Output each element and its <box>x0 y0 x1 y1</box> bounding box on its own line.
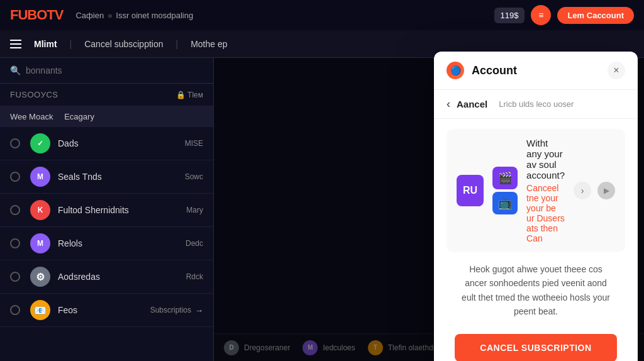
list-item[interactable]: 📧 Feos Subscriptios → <box>0 294 213 327</box>
modal-title: Account <box>472 64 517 77</box>
radio-dot <box>10 305 20 315</box>
rv-label: RU <box>457 175 484 206</box>
radio-dot <box>10 172 20 182</box>
item-sub: Rdck <box>186 272 203 281</box>
avatar: ✓ <box>30 133 50 153</box>
breadcrumb-end: Issr oinet mosdpaling <box>116 11 193 20</box>
search-icon: 🔍 <box>10 65 21 75</box>
avatar: 📧 <box>30 300 50 320</box>
account-button[interactable]: Lem Caccount <box>557 7 634 24</box>
breadcrumb-arrow: » <box>108 11 112 20</box>
filter-button[interactable]: ≡ <box>531 5 551 25</box>
radio-dot <box>10 205 20 215</box>
subscription-row: RU 🎬 📺 Witht any your av soul account? C… <box>447 129 625 252</box>
list-item[interactable]: M Relols Dedc <box>0 227 213 260</box>
item-sub: MISE <box>185 139 203 148</box>
search-bar: 🔍 <box>0 58 213 84</box>
logo: FUBOTV <box>10 7 63 23</box>
left-panel: 🔍 Fusooуcs 🔒 Tleм Wee Moack Ecagary ✓ Da… <box>0 58 214 361</box>
list-item[interactable]: ✓ Dads MISE <box>0 127 213 160</box>
modal-body: RU 🎬 📺 Witht any your av soul account? C… <box>434 119 638 361</box>
sub-row-actions: › ▶ <box>574 182 615 199</box>
item-sub: Subscriptios <box>150 306 191 314</box>
avatar: K <box>30 200 50 220</box>
nav-item-more[interactable]: Mothe ep <box>191 39 227 49</box>
right-panel: 🔵 Account × ‹ Aancel Lricb ulds leco uos… <box>214 58 644 361</box>
radio-dot <box>10 138 20 148</box>
account-modal: 🔵 Account × ‹ Aancel Lricb ulds leco uos… <box>434 52 638 361</box>
account-icon: 🔵 <box>447 62 464 79</box>
item-sub: Dedc <box>186 239 203 248</box>
item-name: Feos <box>58 305 77 315</box>
back-arrow-icon[interactable]: ‹ <box>447 97 450 111</box>
cancel-subscription-button[interactable]: CANCEL SUBSCRIPTION <box>455 334 616 361</box>
nav-item-cancel[interactable]: Cancel subscipption <box>84 39 163 49</box>
sub-header-description: Lricb ulds leco uoser <box>499 99 574 109</box>
category-col1: Wee Moack <box>10 112 53 121</box>
num-badge: 119$ <box>494 8 525 23</box>
modal-close-button[interactable]: × <box>608 62 625 79</box>
nav-right: 119$ ≡ Lem Caccount <box>494 5 635 25</box>
breadcrumb-start: Caфien <box>75 11 104 20</box>
list-item[interactable]: ⚙ Aodsredas Rdck <box>0 260 213 294</box>
sub-icon-video: 🎬 <box>492 167 518 189</box>
modal-sub-header: ‹ Aancel Lricb ulds leco uoser <box>434 90 638 119</box>
item-sub: Sowc <box>185 172 203 181</box>
search-input[interactable] <box>26 65 203 75</box>
sub-header-title: Aancel <box>457 99 487 109</box>
sub-icon-tv: 📺 <box>492 192 518 214</box>
item-name: Dads <box>58 138 79 148</box>
category-header: Wee Moack Ecagary <box>0 106 213 127</box>
menu-icon[interactable] <box>10 40 21 48</box>
item-name: Fultod Shernidnits <box>58 205 129 215</box>
item-name: Aodsredas <box>58 272 100 282</box>
nav-item-manage[interactable]: Mlimt <box>34 39 57 49</box>
description-text: Heok gugot ahwe youet theee cos ancer so… <box>447 262 625 319</box>
list-item[interactable]: M Seals Tnds Sowc <box>0 160 213 194</box>
avatar: ⚙ <box>30 267 50 287</box>
item-name: Seals Tnds <box>58 172 102 182</box>
lock-icon: 🔒 Tleм <box>176 91 203 99</box>
play-icon[interactable]: ▶ <box>597 182 615 199</box>
top-navigation: FUBOTV Caфien » Issr oinet mosdpaling 11… <box>0 0 644 30</box>
sub-icons: 🎬 📺 <box>492 167 518 214</box>
avatar: M <box>30 233 50 253</box>
sub-text-group: Witht any your av soul account? Canceеl … <box>526 138 565 243</box>
item-sub: Mary <box>186 206 203 214</box>
section-header: Fusooуcs 🔒 Tleм <box>0 84 213 106</box>
sub-main-text: Witht any your av soul account? <box>526 138 565 181</box>
item-name: Relols <box>58 238 82 248</box>
modal-overlay: 🔵 Account × ‹ Aancel Lricb ulds leco uos… <box>214 58 644 361</box>
radio-dot <box>10 272 20 282</box>
avatar: M <box>30 167 50 187</box>
chevron-right-icon[interactable]: › <box>574 182 591 199</box>
main-layout: 🔍 Fusooуcs 🔒 Tleм Wee Moack Ecagary ✓ Da… <box>0 58 644 361</box>
breadcrumb: Caфien » Issr oinet mosdpaling <box>75 11 193 20</box>
radio-dot <box>10 238 20 248</box>
sub-cancel-text: Canceеl tne your your be ur Dusers ats t… <box>526 183 565 243</box>
modal-header: 🔵 Account × <box>434 52 638 90</box>
section-title: Fusooуcs <box>10 90 58 99</box>
list-item[interactable]: K Fultod Shernidnits Mary <box>0 194 213 227</box>
category-col2: Ecagary <box>64 112 94 121</box>
